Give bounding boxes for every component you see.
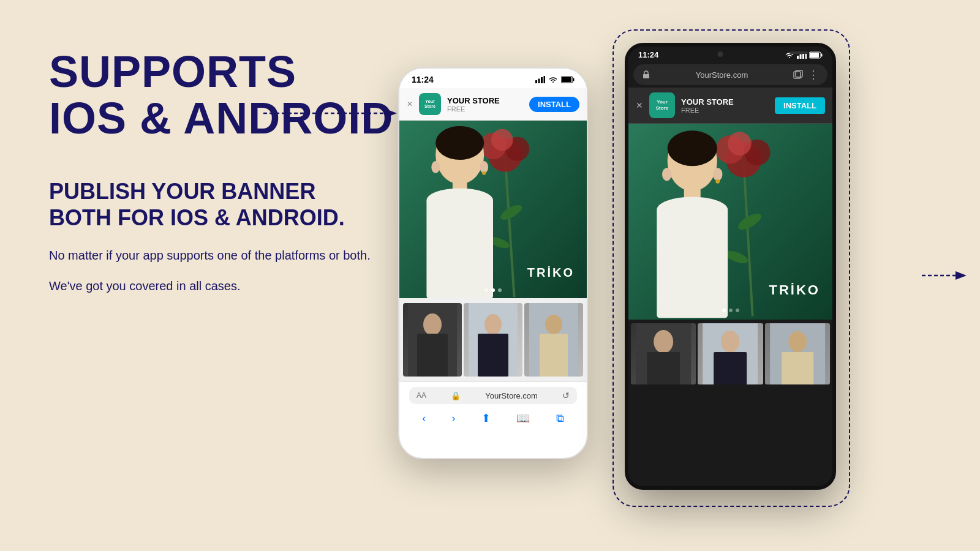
- subtitle-line1: PUBLISH YOUR BANNER: [49, 179, 315, 204]
- ios-grid-svg-3: [524, 303, 583, 377]
- android-hero-image: TRİKO: [628, 124, 832, 320]
- description1: No matter if your app supports one of th…: [49, 246, 404, 264]
- arrow-from-android: [922, 263, 971, 288]
- subtitle-line2: BOTH FOR iOS & ANDROID.: [49, 205, 345, 230]
- battery-icon: [561, 76, 575, 83]
- ios-grid-item-2: [464, 303, 522, 377]
- description2: We've got you covered in all cases.: [49, 277, 404, 295]
- android-carousel-dots: [722, 309, 739, 312]
- svg-point-51: [668, 130, 717, 166]
- android-app-sub: FREE: [681, 107, 769, 114]
- svg-rect-20: [426, 199, 493, 298]
- svg-rect-2: [535, 80, 537, 83]
- android-tabs-icon: [793, 70, 803, 80]
- ios-back-button[interactable]: ‹: [422, 412, 426, 425]
- android-grid-item-2: [698, 323, 763, 384]
- ios-hero-image: TRİKO: [399, 121, 587, 298]
- svg-rect-34: [800, 54, 802, 59]
- svg-rect-63: [714, 352, 747, 384]
- android-phone: 11:24 YourStore.com: [625, 43, 836, 490]
- android-speaker: [790, 51, 808, 54]
- ios-phone: 11:24 ✕ YourStore YO: [398, 67, 588, 459]
- svg-point-23: [482, 171, 486, 175]
- android-dot-1: [722, 309, 726, 312]
- android-grid-svg-3: [765, 323, 830, 384]
- ios-carousel-dots: [484, 288, 502, 292]
- android-camera: [717, 51, 723, 57]
- ios-forward-button[interactable]: ›: [452, 412, 456, 425]
- android-dot-3: [736, 309, 739, 312]
- svg-point-13: [491, 129, 513, 151]
- android-menu-icon[interactable]: ⋮: [808, 68, 819, 81]
- svg-rect-66: [782, 352, 813, 384]
- svg-point-28: [484, 314, 502, 335]
- android-grid-svg-1: [631, 323, 696, 384]
- ios-bookmarks-button[interactable]: 📖: [516, 411, 530, 425]
- ios-lock-icon: 🔒: [451, 391, 461, 400]
- svg-point-57: [715, 179, 720, 184]
- svg-line-9: [505, 158, 514, 297]
- android-url-text: YourStore.com: [655, 70, 788, 80]
- svg-rect-39: [821, 53, 823, 56]
- svg-marker-1: [386, 109, 397, 118]
- svg-rect-33: [797, 56, 799, 59]
- ios-dot-3: [498, 288, 502, 292]
- svg-point-17: [435, 126, 484, 160]
- svg-rect-54: [657, 209, 728, 318]
- ios-tabs-button[interactable]: ⧉: [556, 412, 564, 425]
- ios-app-icon: YourStore: [419, 93, 441, 115]
- svg-rect-8: [573, 78, 575, 81]
- svg-point-48: [736, 211, 763, 233]
- ios-bottom-bar: AA 🔒 YourStore.com ↺ ‹ › ⬆ 📖 ⧉: [399, 381, 587, 432]
- ios-smart-banner: ✕ YourStore YOUR STORE FREE INSTALL: [399, 88, 587, 121]
- android-grid-item-1: [631, 323, 696, 384]
- android-lock-icon: [642, 70, 650, 79]
- ios-nav-bar: ‹ › ⬆ 📖 ⧉: [409, 409, 577, 427]
- android-grid-svg-2: [698, 323, 763, 384]
- ios-product-grid: [399, 298, 587, 381]
- ios-dot-2: [491, 288, 495, 292]
- android-app-name: YOUR STORE: [681, 97, 769, 107]
- android-install-button[interactable]: INSTALL: [775, 97, 825, 114]
- ios-share-button[interactable]: ⬆: [481, 411, 491, 425]
- android-url-bar[interactable]: YourStore.com ⋮: [633, 64, 827, 85]
- android-battery-icon: [809, 51, 823, 59]
- svg-point-25: [423, 313, 442, 335]
- svg-point-62: [721, 331, 739, 353]
- android-time: 11:24: [638, 50, 658, 59]
- android-banner-info: YOUR STORE FREE: [681, 97, 769, 114]
- ios-url-text: YourStore.com: [485, 391, 538, 400]
- svg-rect-5: [544, 76, 546, 83]
- ios-time: 11:24: [412, 75, 434, 84]
- ios-grid-svg-1: [403, 303, 462, 377]
- svg-point-59: [654, 330, 673, 353]
- signal-icon: [535, 76, 545, 83]
- arrow-to-ios: [263, 98, 404, 129]
- android-grid-item-3: [765, 323, 830, 384]
- android-status-bar: 11:24: [628, 47, 832, 62]
- android-smart-banner: ✕ YourStore YOUR STORE FREE INSTALL: [628, 88, 832, 124]
- svg-rect-38: [810, 53, 819, 58]
- ios-brand: TRİKO: [527, 266, 575, 280]
- svg-rect-40: [643, 74, 649, 78]
- svg-point-56: [713, 168, 722, 181]
- svg-rect-29: [478, 334, 508, 377]
- svg-rect-4: [541, 77, 543, 83]
- ios-install-button[interactable]: INSTALL: [529, 97, 579, 112]
- svg-point-21: [431, 161, 440, 173]
- ios-status-bar: 11:24: [399, 69, 587, 88]
- svg-rect-3: [538, 79, 540, 84]
- svg-point-65: [788, 331, 807, 352]
- wifi-icon: [548, 76, 558, 83]
- ios-app-name: YOUR STORE: [447, 96, 523, 105]
- ios-url-bar[interactable]: AA 🔒 YourStore.com ↺: [409, 387, 577, 404]
- svg-line-43: [744, 162, 752, 316]
- ios-dot-1: [484, 288, 488, 292]
- svg-point-47: [728, 132, 752, 156]
- svg-rect-7: [562, 77, 571, 82]
- ios-status-icons: [535, 76, 575, 83]
- android-banner-close[interactable]: ✕: [636, 100, 643, 110]
- ios-banner-close[interactable]: ✕: [407, 100, 413, 108]
- android-app-icon: YourStore: [649, 92, 675, 118]
- ios-refresh-icon[interactable]: ↺: [562, 391, 570, 400]
